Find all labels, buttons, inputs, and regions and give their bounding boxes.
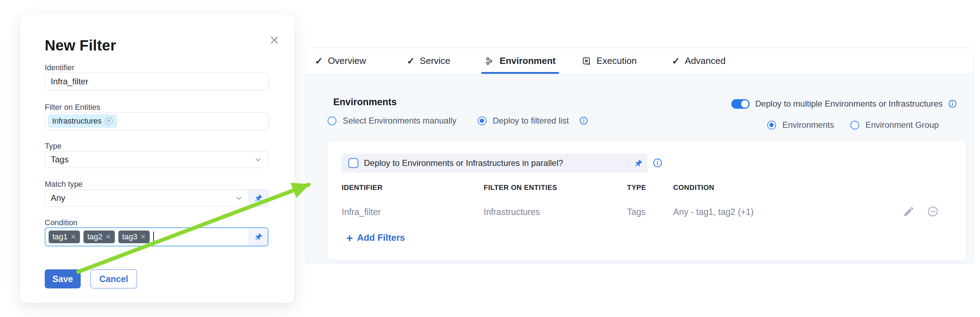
col-header-entities: FILTER ON ENTITIES <box>484 184 557 192</box>
text-caret <box>153 232 154 242</box>
filters-card: Deploy to Environments or Infrastructure… <box>328 141 966 260</box>
toggle-switch-on[interactable] <box>731 99 749 109</box>
match-type-label: Match type <box>45 180 83 189</box>
match-type-control: Any <box>45 189 269 207</box>
parallel-checkbox[interactable] <box>348 158 358 168</box>
info-icon[interactable] <box>948 99 957 108</box>
tab-execution[interactable]: Execution <box>580 48 638 74</box>
add-filters-button[interactable]: + Add Filters <box>346 232 405 243</box>
radio-label: Deploy to filtered list <box>493 116 569 126</box>
parallel-label: Deploy to Environments or Infrastructure… <box>364 158 563 168</box>
condition-field[interactable]: tag1 ✕ tag2 ✕ tag3 ✕ <box>45 227 269 247</box>
modal-title: New Filter <box>45 37 116 54</box>
condition-chip-label: tag3 <box>122 232 137 242</box>
new-filter-modal: New Filter × Identifier Infra_filter Fil… <box>20 14 295 303</box>
tab-label: Advanced <box>685 55 725 66</box>
row-entities: Infrastructures <box>484 207 540 217</box>
condition-chip: tag1 ✕ <box>49 231 80 243</box>
filter-on-entities-label: Filter on Entities <box>45 103 100 112</box>
radio-icon-selected[interactable] <box>478 117 487 125</box>
chip-remove-icon[interactable]: ✕ <box>140 233 146 241</box>
match-type-select[interactable]: Any <box>45 189 249 207</box>
add-filters-label: Add Filters <box>357 232 405 243</box>
save-button[interactable]: Save <box>45 269 81 288</box>
check-icon: ✓ <box>407 55 415 67</box>
environments-heading: Environments <box>333 97 397 108</box>
pin-icon[interactable] <box>249 228 268 246</box>
plus-icon: + <box>346 233 353 243</box>
hexagons-icon <box>485 56 495 66</box>
row-identifier: Infra_filter <box>342 207 381 217</box>
entities-chip-label: Infrastructures <box>52 117 102 126</box>
identifier-field[interactable]: Infra_filter <box>45 73 269 90</box>
row-type: Tags <box>627 207 646 217</box>
radio-icon-selected[interactable] <box>767 121 776 130</box>
check-icon: ✓ <box>315 55 323 67</box>
type-value: Tags <box>51 155 69 165</box>
parallel-deploy-bar: Deploy to Environments or Infrastructure… <box>341 154 648 173</box>
edit-icon[interactable] <box>903 205 915 218</box>
chevron-down-icon <box>254 155 262 164</box>
tab-label: Environment <box>500 55 555 66</box>
identifier-value: Infra_filter <box>51 77 88 86</box>
tab-advanced[interactable]: ✓ Advanced <box>670 48 727 74</box>
condition-chips: tag1 ✕ tag2 ✕ tag3 ✕ <box>45 228 249 246</box>
radio-icon[interactable] <box>328 117 336 125</box>
match-type-value: Any <box>51 193 65 203</box>
entities-chip: Infrastructures ✕ <box>48 114 117 128</box>
info-icon[interactable] <box>653 158 662 168</box>
filter-on-entities-field[interactable]: Infrastructures ✕ <box>45 112 269 130</box>
chip-remove-icon[interactable]: ✕ <box>71 233 76 241</box>
radio-environments[interactable]: Environments <box>767 120 834 130</box>
chip-remove-icon[interactable]: ✕ <box>105 117 113 125</box>
screenshot-stage: New Filter × Identifier Infra_filter Fil… <box>0 0 980 317</box>
env-target-radio-group: Environments Environment Group <box>767 120 939 130</box>
radio-label: Environment Group <box>865 120 939 130</box>
chip-remove-icon[interactable]: ✕ <box>106 233 111 241</box>
pipeline-stage-panel: ✓ Overview ✓ Service Environment <box>305 48 974 264</box>
pin-icon[interactable] <box>249 189 269 207</box>
tab-label: Service <box>420 55 450 66</box>
type-label: Type <box>45 142 62 151</box>
identifier-label: Identifier <box>45 63 74 72</box>
remove-icon[interactable] <box>927 205 939 218</box>
radio-deploy-filtered-list[interactable]: Deploy to filtered list <box>478 116 588 126</box>
tab-overview[interactable]: ✓ Overview <box>313 48 368 74</box>
toggle-knob <box>741 100 749 108</box>
environment-tab-content: Environments Select Environments manuall… <box>306 74 974 264</box>
info-icon[interactable] <box>579 117 588 125</box>
deploy-mode-radio-group: Select Environments manually Deploy to f… <box>328 116 588 126</box>
cancel-button[interactable]: Cancel <box>91 269 137 288</box>
multi-env-toggle-row: Deploy to multiple Environments or Infra… <box>731 99 957 109</box>
stage-tabbar: ✓ Overview ✓ Service Environment <box>306 48 974 74</box>
play-box-icon <box>582 56 592 66</box>
tab-environment[interactable]: Environment <box>483 48 557 74</box>
radio-select-manually[interactable]: Select Environments manually <box>328 116 457 126</box>
col-header-type: TYPE <box>627 184 646 192</box>
condition-label: Condition <box>45 218 78 227</box>
condition-chip: tag3 ✕ <box>118 231 150 243</box>
chevron-down-icon <box>235 194 243 202</box>
type-select[interactable]: Tags <box>45 151 269 168</box>
condition-chip-label: tag1 <box>52 232 68 242</box>
col-header-condition: CONDITION <box>673 184 714 192</box>
toggle-label: Deploy to multiple Environments or Infra… <box>755 99 943 109</box>
radio-label: Select Environments manually <box>343 116 457 126</box>
radio-icon[interactable] <box>850 121 859 130</box>
col-header-identifier: IDENTIFIER <box>342 184 383 192</box>
row-condition: Any - tag1, tag2 (+1) <box>673 207 754 217</box>
condition-chip-label: tag2 <box>88 232 102 242</box>
tab-label: Execution <box>597 55 636 66</box>
condition-chip: tag2 ✕ <box>83 231 115 243</box>
pin-icon[interactable] <box>629 158 648 168</box>
radio-environment-group[interactable]: Environment Group <box>850 120 939 130</box>
tab-service[interactable]: ✓ Service <box>406 48 452 74</box>
check-icon: ✓ <box>672 55 680 67</box>
tab-label: Overview <box>328 55 366 66</box>
radio-label: Environments <box>783 120 834 130</box>
close-icon[interactable]: × <box>269 33 279 47</box>
